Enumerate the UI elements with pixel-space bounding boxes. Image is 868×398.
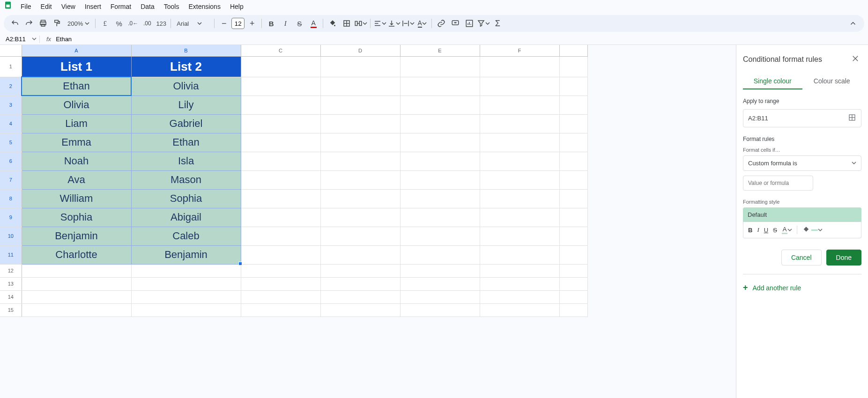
cell[interactable]	[480, 227, 559, 245]
row-header[interactable]: 5	[0, 133, 22, 152]
cell[interactable]	[320, 227, 400, 245]
cell[interactable]	[320, 189, 400, 208]
row-header[interactable]: 1	[0, 56, 22, 77]
formula-input-box[interactable]	[743, 176, 813, 191]
cell[interactable]	[400, 245, 480, 264]
cell[interactable]	[241, 56, 320, 77]
col-header-g[interactable]	[559, 45, 587, 56]
h-align-icon[interactable]	[373, 17, 386, 30]
grid-select-icon[interactable]	[848, 113, 856, 123]
menu-tools[interactable]: Tools	[160, 1, 183, 12]
col-header-f[interactable]: F	[480, 45, 559, 56]
undo-icon[interactable]	[8, 17, 22, 30]
menu-help[interactable]: Help	[226, 1, 247, 12]
fill-color-icon[interactable]	[802, 226, 823, 234]
cell[interactable]	[400, 208, 480, 227]
col-header-b[interactable]: B	[131, 45, 241, 56]
functions-icon[interactable]: Σ	[491, 17, 504, 30]
row-header[interactable]: 7	[0, 170, 22, 189]
borders-icon[interactable]	[340, 17, 353, 30]
cell[interactable]	[480, 96, 559, 114]
row-header[interactable]: 15	[0, 303, 22, 317]
cell[interactable]	[320, 277, 400, 290]
font-size-input[interactable]	[231, 18, 245, 29]
select-all-corner[interactable]	[0, 45, 22, 56]
cell[interactable]: Lily	[131, 96, 241, 114]
cell[interactable]: Noah	[22, 152, 131, 170]
fill-color-icon[interactable]	[326, 17, 339, 30]
cell[interactable]	[559, 133, 587, 152]
cell[interactable]	[480, 170, 559, 189]
cell[interactable]	[241, 189, 320, 208]
cell[interactable]: Olivia	[131, 77, 241, 96]
bold-icon[interactable]: B	[748, 227, 752, 234]
cell[interactable]	[559, 189, 587, 208]
rule-type-dropdown[interactable]: Custom formula is	[743, 155, 861, 171]
cell[interactable]	[480, 56, 559, 77]
cell[interactable]	[131, 264, 241, 277]
cell[interactable]	[241, 133, 320, 152]
cell[interactable]: Sophia	[22, 208, 131, 227]
cell[interactable]: Gabriel	[131, 114, 241, 133]
font-dropdown[interactable]: Arial	[174, 18, 211, 29]
formula-input[interactable]	[55, 35, 864, 44]
cell[interactable]	[559, 208, 587, 227]
cell[interactable]	[559, 245, 587, 264]
rotate-icon[interactable]: A	[415, 17, 429, 30]
close-icon[interactable]	[849, 52, 861, 66]
cell[interactable]	[400, 96, 480, 114]
cell[interactable]	[559, 114, 587, 133]
print-icon[interactable]	[37, 17, 50, 30]
v-align-icon[interactable]	[387, 17, 401, 30]
decrease-font-icon[interactable]: −	[217, 17, 230, 30]
cell[interactable]	[320, 77, 400, 96]
filter-icon[interactable]	[477, 17, 490, 30]
cell[interactable]	[559, 170, 587, 189]
tab-single-colour[interactable]: Single colour	[743, 74, 802, 89]
cell[interactable]	[400, 152, 480, 170]
cell[interactable]	[559, 290, 587, 303]
row-header[interactable]: 3	[0, 96, 22, 114]
cell[interactable]	[480, 290, 559, 303]
currency-icon[interactable]: £	[98, 17, 111, 30]
cell[interactable]	[241, 264, 320, 277]
cell[interactable]	[400, 133, 480, 152]
collapse-toolbar-icon[interactable]	[846, 17, 860, 30]
cell[interactable]	[559, 152, 587, 170]
col-header-a[interactable]: A	[22, 45, 131, 56]
cell[interactable]	[400, 114, 480, 133]
cell[interactable]	[320, 152, 400, 170]
cell[interactable]	[320, 133, 400, 152]
cell[interactable]: Charlotte	[22, 245, 131, 264]
cell[interactable]: List 1	[22, 56, 131, 77]
increase-font-icon[interactable]: +	[245, 17, 259, 30]
menu-file[interactable]: File	[17, 1, 35, 12]
cell[interactable]	[320, 208, 400, 227]
row-header[interactable]: 12	[0, 264, 22, 277]
menu-insert[interactable]: Insert	[81, 1, 105, 12]
cell[interactable]: William	[22, 189, 131, 208]
more-formats-icon[interactable]: 123	[155, 17, 168, 30]
cell[interactable]	[320, 170, 400, 189]
cell[interactable]	[400, 170, 480, 189]
zoom-dropdown[interactable]: 200%	[65, 18, 92, 29]
cell[interactable]: Abigail	[131, 208, 241, 227]
cell[interactable]	[480, 114, 559, 133]
cell[interactable]	[559, 56, 587, 77]
cell[interactable]: Isla	[131, 152, 241, 170]
row-header[interactable]: 2	[0, 77, 22, 96]
name-box[interactable]	[4, 35, 30, 44]
cell[interactable]	[480, 264, 559, 277]
cell[interactable]	[241, 227, 320, 245]
cell[interactable]	[400, 189, 480, 208]
cell[interactable]	[480, 303, 559, 317]
cell[interactable]: Ethan	[22, 77, 131, 96]
cell[interactable]	[241, 152, 320, 170]
cell[interactable]	[480, 152, 559, 170]
cell[interactable]	[241, 96, 320, 114]
cell[interactable]	[241, 245, 320, 264]
chart-icon[interactable]	[463, 17, 476, 30]
col-header-c[interactable]: C	[241, 45, 320, 56]
wrap-icon[interactable]	[401, 17, 415, 30]
text-color-icon[interactable]: A	[307, 17, 320, 30]
